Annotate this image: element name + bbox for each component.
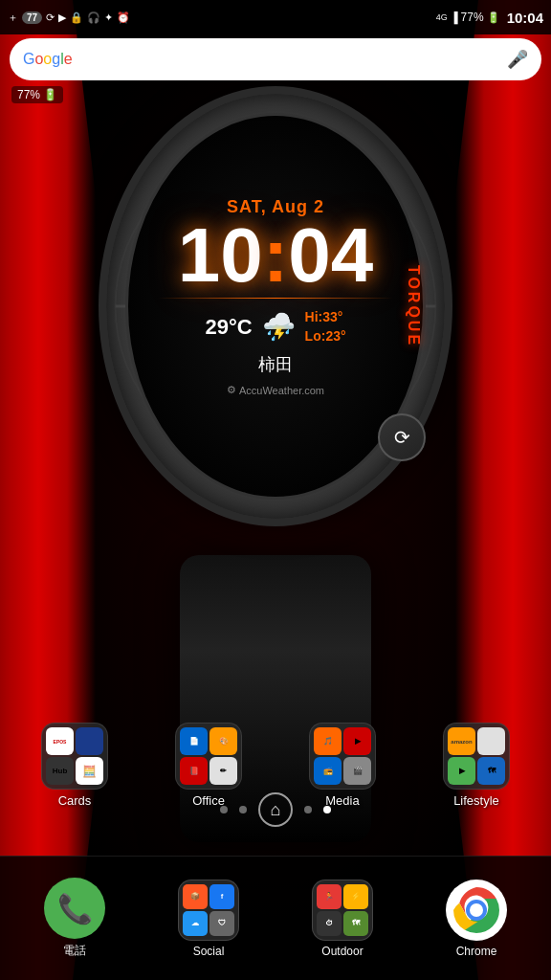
social-label: Social bbox=[193, 945, 225, 958]
amazon-app: amazon bbox=[448, 727, 475, 755]
watch-hi-lo: Hi:33° Lo:23° bbox=[305, 308, 346, 345]
social-folder: 📦 f ☁ 🛡 bbox=[178, 880, 239, 941]
office2-app: ✏ bbox=[209, 757, 237, 785]
social4-app: 🛡 bbox=[209, 911, 234, 936]
accu-gear-icon: ⚙ bbox=[227, 384, 236, 396]
lifestyle-folder-grid: amazon ▶ 🗺 bbox=[443, 723, 510, 790]
outdoor-dock-item[interactable]: 🏃 ⚡ ⏱ 🗺 Outdoor bbox=[312, 880, 373, 958]
refresh-button[interactable]: ⟳ bbox=[378, 413, 426, 461]
phone-dock-item[interactable]: 📞 電話 bbox=[44, 878, 105, 959]
headphone-icon: 🎧 bbox=[87, 11, 100, 24]
nav-bar: ⌂ bbox=[0, 792, 551, 827]
signal-icon: ▐ bbox=[451, 11, 458, 23]
status-bar: ＋ 77 ⟳ ▶ 🔒 🎧 ✦ ⏰ 4G ▐ 77% 🔋 10:04 bbox=[0, 0, 551, 34]
watch-temperature: 29°C bbox=[205, 315, 252, 340]
nav-dot-1[interactable] bbox=[220, 806, 228, 813]
watch-time: 10:04 bbox=[178, 217, 374, 294]
watch-face: SAT, Aug 2 10:04 29°C ⛈️ Hi:33° Lo:23° 柿… bbox=[99, 86, 452, 526]
add-icon: ＋ bbox=[8, 11, 18, 25]
chrome-dock-item[interactable]: Chrome bbox=[446, 880, 507, 958]
google-search-bar[interactable]: Google 🎤 bbox=[10, 38, 541, 80]
outdoor2-app: ⚡ bbox=[343, 884, 368, 909]
phone-icon: 📞 bbox=[44, 878, 105, 939]
social1-app: 📦 bbox=[183, 884, 208, 909]
nav-dot-4[interactable] bbox=[323, 806, 331, 813]
bluetooth-icon: ✦ bbox=[104, 11, 113, 24]
dock: 📞 電話 📦 f ☁ 🛡 Social 🏃 ⚡ ⏱ 🗺 Outdoor bbox=[0, 856, 551, 980]
chrome-svg bbox=[446, 880, 507, 941]
outdoor-folder: 🏃 ⚡ ⏱ 🗺 bbox=[312, 880, 373, 941]
alarm-icon: ⏰ bbox=[117, 11, 130, 24]
lock-icon: 🔒 bbox=[70, 11, 83, 24]
lifestyle2-app bbox=[477, 727, 505, 755]
status-right: 4G ▐ 77% 🔋 10:04 bbox=[436, 10, 543, 26]
pdf-app: 📕 bbox=[180, 757, 208, 785]
svg-point-8 bbox=[470, 903, 483, 917]
watch-minute: 04 bbox=[288, 212, 373, 298]
lte-icon: 4G bbox=[436, 12, 448, 22]
epos-app: EPOS bbox=[46, 727, 74, 755]
nav-dot-3[interactable] bbox=[304, 806, 312, 813]
torque-label: TORQUE bbox=[405, 265, 422, 347]
media-folder-grid: 🎵 ▶ 📻 🎬 bbox=[309, 723, 376, 790]
status-time: 10:04 bbox=[507, 10, 543, 26]
battery-icon: 🔋 bbox=[487, 11, 500, 24]
slides-app: 🎨 bbox=[209, 727, 237, 755]
media3-app: 📻 bbox=[314, 757, 342, 785]
chrome-icon bbox=[446, 880, 507, 941]
maps-app: 🗺 bbox=[477, 757, 505, 785]
chrome-label: Chrome bbox=[456, 945, 497, 958]
battery-text: 77% bbox=[461, 11, 484, 24]
social3-app: ☁ bbox=[183, 911, 208, 936]
watch-colon: : bbox=[263, 212, 289, 298]
social-dock-item[interactable]: 📦 f ☁ 🛡 Social bbox=[178, 880, 239, 958]
media4-app: 🎬 bbox=[343, 757, 371, 785]
phone-label: 電話 bbox=[63, 943, 86, 959]
sync-icon: ⟳ bbox=[46, 11, 55, 24]
blue-card-app bbox=[76, 727, 103, 755]
google-logo: Google bbox=[23, 51, 73, 68]
outdoor1-app: 🏃 bbox=[317, 884, 342, 909]
facebook-app: f bbox=[209, 884, 234, 909]
play-app: ▶ bbox=[448, 757, 475, 785]
media2-app: ▶ bbox=[343, 727, 371, 755]
docs-app: 📄 bbox=[180, 727, 208, 755]
watch-divider bbox=[158, 298, 393, 299]
play-icon: ▶ bbox=[58, 11, 66, 24]
nav-dot-2[interactable] bbox=[239, 806, 247, 813]
notification-badge: 77 bbox=[22, 11, 42, 24]
watch-weather: 29°C ⛈️ Hi:33° Lo:23° bbox=[205, 308, 345, 345]
watch-user-name: 柿田 bbox=[258, 353, 293, 376]
status-left: ＋ 77 ⟳ ▶ 🔒 🎧 ✦ ⏰ bbox=[8, 11, 130, 25]
mic-icon[interactable]: 🎤 bbox=[507, 49, 528, 70]
battery-widget: 77% 🔋 bbox=[11, 86, 63, 103]
outdoor4-app: 🗺 bbox=[343, 911, 368, 936]
weather-icon: ⛈️ bbox=[262, 311, 296, 343]
watch-hour: 10 bbox=[178, 212, 263, 298]
accu-weather: ⚙ AccuWeather.com bbox=[227, 384, 324, 396]
outdoor3-app: ⏱ bbox=[317, 911, 342, 936]
hub-app: Hub bbox=[46, 757, 74, 785]
cards-folder-grid: EPOS Hub 🧮 bbox=[41, 723, 108, 790]
office-folder-grid: 📄 🎨 📕 ✏ bbox=[175, 723, 242, 790]
calc-app: 🧮 bbox=[76, 757, 103, 785]
watch-outer-ring: SAT, Aug 2 10:04 29°C ⛈️ Hi:33° Lo:23° 柿… bbox=[99, 86, 452, 526]
media1-app: 🎵 bbox=[314, 727, 342, 755]
outdoor-label: Outdoor bbox=[321, 945, 363, 958]
home-button[interactable]: ⌂ bbox=[258, 792, 293, 827]
